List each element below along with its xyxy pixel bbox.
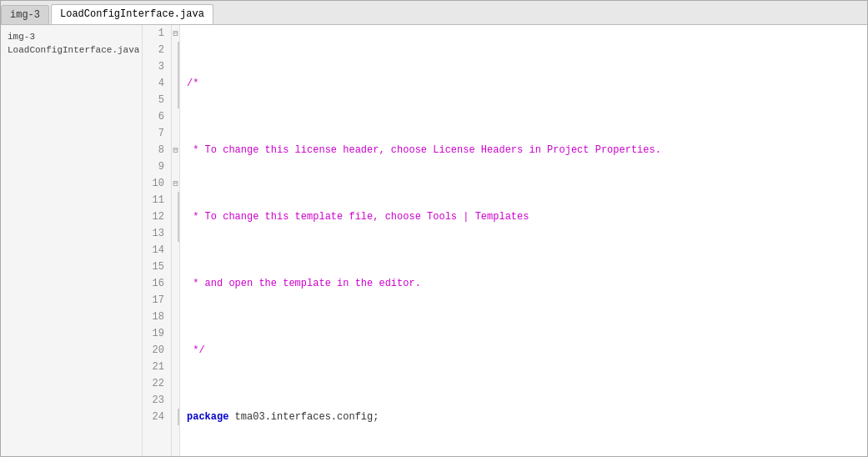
- fold-none-9: [172, 158, 179, 175]
- fold-none-20: [172, 342, 179, 359]
- code-line-3: * To change this template file, choose T…: [187, 208, 867, 225]
- ln-3: 3: [149, 58, 164, 75]
- ln-12: 12: [149, 208, 164, 225]
- ln-10: 10: [149, 175, 164, 192]
- code-line-6: package tma03.interfaces.config;: [187, 409, 867, 425]
- editor-window: img-3 LoadConfigInterface.java img-3 Loa…: [0, 0, 868, 457]
- ln-17: 17: [149, 292, 164, 309]
- fold-10[interactable]: ⊟: [172, 175, 179, 192]
- fold-bar-3: [178, 58, 179, 75]
- fold-none-15: [172, 259, 179, 275]
- fold-none-17: [172, 292, 179, 309]
- sidebar-item-img3[interactable]: img-3: [8, 30, 135, 43]
- fold-none-7: [172, 125, 179, 142]
- ln-1: 1: [149, 25, 164, 42]
- fold-none-14: [172, 242, 179, 259]
- tab-img3[interactable]: img-3: [1, 5, 49, 24]
- ln-13: 13: [149, 225, 164, 242]
- fold-none-22: [172, 375, 179, 392]
- ln-9: 9: [149, 158, 164, 175]
- fold-marker-18: [172, 309, 179, 325]
- fold-none-23: [172, 392, 179, 409]
- fold-bar-4: [178, 75, 179, 92]
- ln-22: 22: [149, 375, 164, 392]
- ln-14: 14: [149, 242, 164, 259]
- fold-end-24: [178, 409, 179, 425]
- fold-gutter: ⊟ ⊟ ⊟: [172, 25, 180, 456]
- code-line-1: /*: [187, 75, 867, 92]
- fold-bar-11: [178, 192, 179, 208]
- tab-bar: img-3 LoadConfigInterface.java: [1, 1, 867, 25]
- ln-21: 21: [149, 359, 164, 375]
- editor-area: img-3 LoadConfigInterface.java 1 2 3 4 5…: [1, 25, 867, 456]
- fold-end-5: [178, 92, 179, 108]
- code-content: /* * To change this license header, choo…: [180, 25, 867, 456]
- sidebar: img-3 LoadConfigInterface.java: [1, 25, 143, 456]
- fold-1[interactable]: ⊟: [172, 25, 179, 42]
- ln-15: 15: [149, 259, 164, 275]
- ln-24: 24: [149, 409, 164, 425]
- ln-4: 4: [149, 75, 164, 92]
- ln-16: 16: [149, 275, 164, 292]
- sidebar-item-loadconfig[interactable]: LoadConfigInterface.java: [8, 43, 135, 57]
- ln-8: 8: [149, 142, 164, 158]
- ln-5: 5: [149, 92, 164, 108]
- fold-end-13: [178, 225, 179, 242]
- ln-11: 11: [149, 192, 164, 208]
- tab-loadconfiginterface[interactable]: LoadConfigInterface.java: [51, 4, 213, 24]
- code-line-4: * and open the template in the editor.: [187, 275, 867, 292]
- code-line-2: * To change this license header, choose …: [187, 142, 867, 158]
- ln-20: 20: [149, 342, 164, 359]
- fold-bar-12: [178, 208, 179, 225]
- ln-19: 19: [149, 325, 164, 342]
- fold-none-16: [172, 275, 179, 292]
- fold-none-6: [172, 108, 179, 125]
- ln-7: 7: [149, 125, 164, 142]
- line-numbers: 1 2 3 4 5 6 7 8 9 10 11 12 13 14 15 16 1…: [143, 25, 172, 456]
- ln-23: 23: [149, 392, 164, 409]
- fold-8[interactable]: ⊟: [172, 142, 179, 158]
- fold-none-19: [172, 325, 179, 342]
- fold-bar-2: [178, 42, 179, 58]
- ln-2: 2: [149, 42, 164, 58]
- fold-none-21: [172, 359, 179, 375]
- code-line-5: */: [187, 342, 867, 359]
- ln-6: 6: [149, 108, 164, 125]
- code-area[interactable]: 1 2 3 4 5 6 7 8 9 10 11 12 13 14 15 16 1…: [143, 25, 867, 456]
- ln-18: 18: [149, 309, 164, 325]
